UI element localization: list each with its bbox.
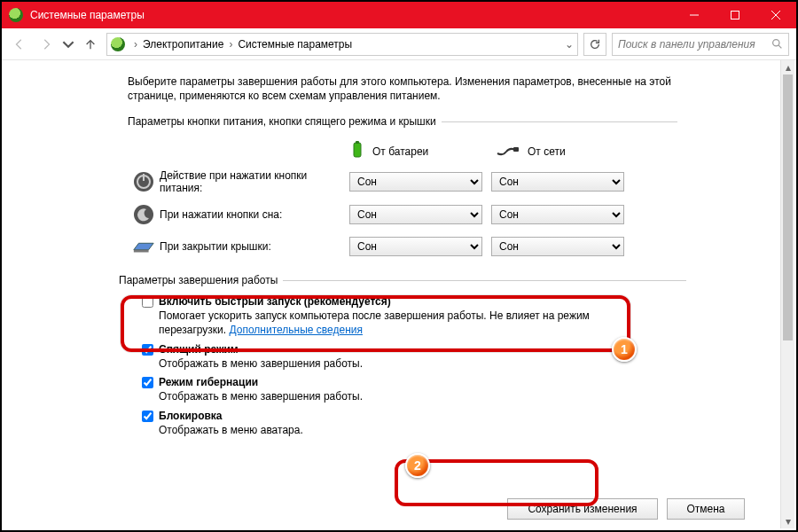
scrollbar-thumb[interactable] bbox=[783, 74, 793, 340]
forward-button[interactable] bbox=[35, 34, 57, 55]
scroll-up-icon[interactable]: ▴ bbox=[781, 60, 794, 74]
chevron-right-icon: › bbox=[130, 38, 141, 51]
fast-startup-checkbox[interactable] bbox=[142, 296, 153, 308]
shutdown-settings-section: Параметры завершения работы Включить быс… bbox=[119, 274, 686, 442]
fast-startup-title: Включить быстрый запуск (рекомендуется) bbox=[159, 295, 391, 308]
power-buttons-legend: Параметры кнопки питания, кнопки спящего… bbox=[128, 115, 442, 128]
option-lock: Блокировка Отображать в меню аватара. bbox=[142, 410, 686, 438]
search-placeholder: Поиск в панели управления bbox=[618, 38, 755, 51]
nav-bar: › Электропитание › Системные параметры ⌄… bbox=[2, 28, 796, 60]
shutdown-settings-legend: Параметры завершения работы bbox=[119, 274, 283, 286]
lock-desc: Отображать в меню аватара. bbox=[159, 424, 620, 438]
row-lid-close: При закрытии крышки: Сон Сон bbox=[128, 235, 677, 258]
option-sleep: Спящий режим Отображать в меню завершени… bbox=[142, 343, 686, 372]
power-button-ac-select[interactable]: Сон bbox=[491, 172, 624, 192]
window-frame: Системные параметры › Электропитание bbox=[0, 0, 798, 532]
lock-checkbox[interactable] bbox=[142, 411, 153, 422]
hibernate-desc: Отображать в меню завершения работы. bbox=[159, 390, 620, 404]
scroll-down-icon[interactable]: ▾ bbox=[781, 514, 794, 528]
up-button[interactable] bbox=[80, 34, 101, 55]
breadcrumb[interactable]: › Электропитание › Системные параметры ⌄ bbox=[106, 33, 578, 56]
power-button-battery-select[interactable]: Сон bbox=[349, 172, 482, 192]
titlebar: Системные параметры bbox=[2, 2, 796, 28]
lock-title: Блокировка bbox=[159, 410, 223, 422]
row-lid-label: При закрытии крышки: bbox=[160, 240, 349, 253]
option-hibernate: Режим гибернации Отображать в меню завер… bbox=[142, 376, 686, 404]
footer-buttons: Сохранить изменения Отмена bbox=[4, 498, 780, 520]
lid-ac-select[interactable]: Сон bbox=[491, 237, 624, 256]
svg-rect-9 bbox=[134, 250, 149, 253]
window-title: Системные параметры bbox=[30, 9, 145, 21]
row-power-button-label: Действие при нажатии кнопки питания: bbox=[160, 169, 349, 194]
hibernate-checkbox[interactable] bbox=[142, 377, 153, 388]
sleep-button-icon bbox=[128, 203, 160, 226]
chevron-right-icon: › bbox=[225, 38, 236, 51]
breadcrumb-icon bbox=[111, 37, 125, 51]
svg-rect-4 bbox=[513, 147, 519, 152]
col-ac-label: От сети bbox=[528, 145, 566, 158]
option-fast-startup: Включить быстрый запуск (рекомендуется) … bbox=[142, 295, 686, 337]
lid-battery-select[interactable]: Сон bbox=[349, 237, 482, 256]
breadcrumb-level2[interactable]: Системные параметры bbox=[238, 38, 352, 51]
search-icon bbox=[771, 38, 783, 50]
svg-rect-3 bbox=[356, 141, 359, 144]
hibernate-title: Режим гибернации bbox=[159, 376, 258, 388]
sleep-desc: Отображать в меню завершения работы. bbox=[159, 357, 620, 372]
more-info-link[interactable]: Дополнительные сведения bbox=[229, 324, 362, 336]
back-button[interactable] bbox=[9, 34, 30, 55]
search-input[interactable]: Поиск в панели управления bbox=[612, 33, 789, 56]
fast-startup-desc: Помогает ускорить запуск компьютера посл… bbox=[159, 309, 620, 337]
svg-point-1 bbox=[773, 40, 779, 46]
cancel-button[interactable]: Отмена bbox=[667, 498, 745, 520]
power-buttons-section: Параметры кнопки питания, кнопки спящего… bbox=[128, 115, 677, 267]
breadcrumb-level1[interactable]: Электропитание bbox=[143, 38, 223, 51]
power-button-icon bbox=[128, 170, 160, 193]
row-sleep-button: При нажатии кнопки сна: Сон Сон bbox=[128, 203, 677, 226]
maximize-button[interactable] bbox=[715, 2, 755, 28]
refresh-button[interactable] bbox=[583, 33, 606, 56]
minimize-button[interactable] bbox=[674, 2, 715, 28]
row-sleep-button-label: При нажатии кнопки сна: bbox=[160, 208, 349, 221]
column-headers: От батареи От сети bbox=[128, 140, 677, 162]
svg-rect-0 bbox=[732, 12, 739, 20]
sleep-button-ac-select[interactable]: Сон bbox=[491, 205, 624, 224]
battery-icon bbox=[349, 140, 365, 162]
close-button[interactable] bbox=[755, 2, 796, 28]
row-power-button: Действие при нажатии кнопки питания: Сон… bbox=[128, 169, 677, 194]
col-battery-label: От батареи bbox=[372, 145, 428, 158]
intro-text: Выберите параметры завершения работы для… bbox=[128, 74, 677, 103]
app-icon bbox=[9, 8, 23, 22]
vertical-scrollbar[interactable]: ▴ ▾ bbox=[780, 60, 794, 528]
recent-locations-button[interactable] bbox=[62, 34, 74, 55]
sleep-checkbox[interactable] bbox=[142, 344, 153, 356]
svg-rect-7 bbox=[143, 174, 145, 181]
content-area: Выберите параметры завершения работы для… bbox=[4, 62, 780, 528]
svg-rect-2 bbox=[354, 143, 361, 157]
sleep-title: Спящий режим bbox=[159, 343, 239, 356]
save-button[interactable]: Сохранить изменения bbox=[507, 498, 658, 520]
breadcrumb-dropdown-icon[interactable]: ⌄ bbox=[565, 38, 574, 51]
sleep-button-battery-select[interactable]: Сон bbox=[349, 205, 482, 224]
lid-icon bbox=[128, 235, 160, 258]
ac-plug-icon bbox=[496, 143, 520, 160]
